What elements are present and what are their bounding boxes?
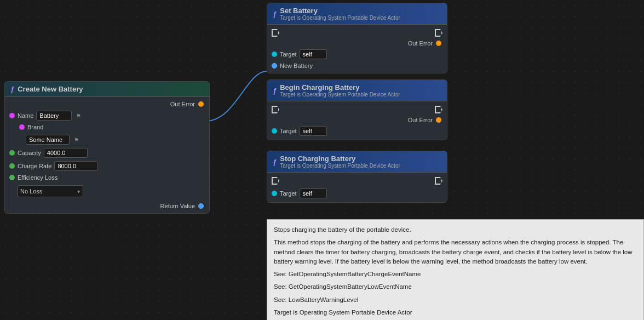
efficiency-label: Efficiency Loss xyxy=(18,174,58,181)
charge-rate-pin xyxy=(9,163,15,169)
return-value-label: Return Value xyxy=(160,203,195,209)
begin-charging-target-row: Target xyxy=(267,124,447,138)
capacity-pin xyxy=(9,150,15,156)
efficiency-pin xyxy=(9,175,15,180)
name-pin xyxy=(9,113,15,118)
set-battery-exec-in[interactable] xyxy=(272,29,279,37)
brand-label: Brand xyxy=(27,124,43,130)
name-label: Name xyxy=(18,112,33,119)
stop-charging-target-row: Target xyxy=(267,187,447,200)
capacity-input[interactable] xyxy=(44,148,88,158)
brand-row: Brand ⚑ xyxy=(5,122,209,146)
charge-rate-input[interactable] xyxy=(54,161,98,171)
out-error-pin xyxy=(198,101,204,107)
begin-charging-target-label: Target xyxy=(280,128,297,134)
begin-charging-exec-in[interactable] xyxy=(272,106,279,113)
create-battery-header: ƒ Create New Battery xyxy=(5,82,209,97)
func-icon: ƒ xyxy=(10,85,14,93)
charge-rate-row: Charge Rate xyxy=(5,159,209,173)
create-battery-body: Out Error Name ⚑ Brand ⚑ Capacity xyxy=(5,97,209,213)
set-battery-out-error-pin xyxy=(436,41,441,46)
stop-charging-exec-row xyxy=(267,175,447,187)
set-battery-target-pin xyxy=(272,52,277,57)
set-battery-out-error-label: Out Error xyxy=(408,40,433,47)
stop-charging-target-input[interactable] xyxy=(300,188,327,198)
create-battery-node: ƒ Create New Battery Out Error Name ⚑ Br… xyxy=(4,81,210,214)
begin-charging-out-error-pin xyxy=(436,117,441,123)
tooltip-line1: Stops charging the battery of the portab… xyxy=(274,225,637,235)
stop-charging-target-pin xyxy=(272,191,277,196)
set-battery-node: ƒ Set Battery Target is Operating System… xyxy=(267,3,447,73)
name-flag-icon: ⚑ xyxy=(76,113,81,119)
tooltip-see2: See: GetOperatingSystemBatteryLowEventNa… xyxy=(274,282,637,292)
set-battery-new-battery-row: New Battery xyxy=(267,61,447,71)
efficiency-dropdown[interactable]: No Loss xyxy=(18,185,83,197)
stop-charging-node: ƒ Stop Charging Battery Target is Operat… xyxy=(267,151,447,203)
brand-pin xyxy=(19,124,25,130)
stop-charging-func-icon: ƒ xyxy=(273,158,277,166)
name-row: Name ⚑ xyxy=(5,109,209,122)
tooltip-box: Stops charging the battery of the portab… xyxy=(267,219,644,320)
return-value-pin xyxy=(198,203,204,209)
begin-charging-body: Out Error Target xyxy=(267,101,447,140)
set-battery-subtitle: Target is Operating System Portable Devi… xyxy=(280,15,400,21)
begin-charging-node: ƒ Begin Charging Battery Target is Opera… xyxy=(267,79,447,140)
tooltip-see1: See: GetOperatingSystemBatteryChargeEven… xyxy=(274,270,637,279)
begin-charging-out-error-label: Out Error xyxy=(408,117,433,123)
set-battery-target-label: Target xyxy=(280,51,297,58)
set-battery-new-battery-pin xyxy=(272,63,277,68)
set-battery-body: Out Error Target New Battery xyxy=(267,25,447,73)
stop-charging-title: Stop Charging Battery xyxy=(280,155,400,163)
begin-charging-header: ƒ Begin Charging Battery Target is Opera… xyxy=(267,80,447,101)
tooltip-see4: Target is Operating System Portable Devi… xyxy=(274,308,637,317)
begin-charging-subtitle: Target is Operating System Portable Devi… xyxy=(280,92,400,98)
set-battery-target-row: Target xyxy=(267,48,447,61)
set-battery-new-battery-label: New Battery xyxy=(280,62,313,69)
brand-flag-icon: ⚑ xyxy=(74,137,79,143)
name-input[interactable] xyxy=(36,111,72,121)
begin-charging-exec-row xyxy=(267,104,447,116)
stop-charging-body: Target xyxy=(267,173,447,202)
capacity-label: Capacity xyxy=(18,150,41,156)
set-battery-title: Set Battery xyxy=(280,7,400,15)
begin-charging-exec-out[interactable] xyxy=(435,106,442,113)
set-battery-header: ƒ Set Battery Target is Operating System… xyxy=(267,3,447,25)
set-battery-exec-row xyxy=(267,27,447,39)
stop-charging-header: ƒ Stop Charging Battery Target is Operat… xyxy=(267,151,447,173)
capacity-row: Capacity xyxy=(5,146,209,159)
create-battery-title: Create New Battery xyxy=(18,85,83,93)
set-battery-target-input[interactable] xyxy=(300,49,327,59)
stop-charging-target-label: Target xyxy=(280,190,297,197)
stop-charging-exec-in[interactable] xyxy=(272,177,279,185)
begin-charging-target-pin xyxy=(272,128,277,134)
charge-rate-label: Charge Rate xyxy=(18,163,51,169)
tooltip-line2: This method stops the charging of the ba… xyxy=(274,238,637,266)
set-battery-exec-out[interactable] xyxy=(435,29,442,37)
stop-charging-exec-out[interactable] xyxy=(435,177,442,185)
tooltip-see3: See: LowBatteryWarningLevel xyxy=(274,295,637,305)
set-battery-func-icon: ƒ xyxy=(273,10,277,18)
out-error-label: Out Error xyxy=(170,101,195,107)
begin-charging-target-input[interactable] xyxy=(300,126,327,136)
begin-charging-func-icon: ƒ xyxy=(273,87,277,95)
efficiency-row: Efficiency Loss No Loss ▾ xyxy=(5,173,209,201)
begin-charging-title: Begin Charging Battery xyxy=(280,83,400,92)
brand-input[interactable] xyxy=(26,135,70,145)
stop-charging-subtitle: Target is Operating System Portable Devi… xyxy=(280,163,400,169)
